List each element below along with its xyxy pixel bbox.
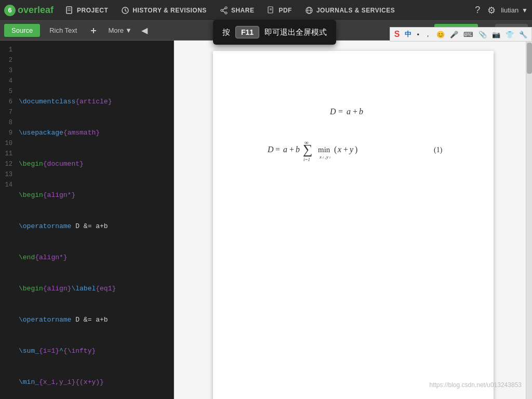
code-line-11: \min_{x_i,y_i}{(x+y)} bbox=[19, 377, 169, 388]
line-num-7: 7 bbox=[0, 107, 12, 117]
help-icon[interactable]: ? bbox=[473, 3, 482, 18]
nav-history-label: HISTORY & REVISIONS bbox=[132, 7, 207, 14]
svg-text:=: = bbox=[338, 107, 343, 116]
more-label: More bbox=[108, 26, 124, 34]
source-tab[interactable]: Source bbox=[4, 24, 40, 37]
ime-camera[interactable]: 📷 bbox=[490, 30, 502, 39]
settings-icon[interactable]: ⚙ bbox=[485, 3, 498, 18]
svg-text:i=1: i=1 bbox=[303, 157, 310, 162]
nav-journals-label: JOURNALS & SERVICES bbox=[316, 7, 395, 14]
line-num-11: 11 bbox=[0, 149, 12, 159]
watermark: https://blog.csdn.net/u013243853 bbox=[430, 381, 522, 389]
svg-text:i: i bbox=[323, 155, 324, 159]
f11-tooltip: 按 F11 即可退出全屏模式 bbox=[213, 20, 336, 45]
ime-keyboard[interactable]: ⌨ bbox=[461, 30, 475, 39]
svg-text:i: i bbox=[329, 155, 330, 159]
line-num-14: 14 bbox=[0, 180, 12, 190]
preview-paper: D = a + b D = a + b ∑ bbox=[213, 51, 494, 399]
svg-text:): ) bbox=[355, 145, 357, 154]
code-line-10: \sum_{i=1}^{\infty} bbox=[19, 346, 169, 356]
line-num-6: 6 bbox=[0, 97, 12, 107]
code-line-8: \begin{align}\label{eq1} bbox=[19, 284, 169, 294]
svg-text:+: + bbox=[353, 107, 357, 116]
svg-text:a: a bbox=[347, 107, 351, 116]
code-line-6: \operatorname D &= a+b bbox=[19, 221, 169, 232]
svg-text:(1): (1) bbox=[434, 146, 443, 154]
nav-pdf-label: PDF bbox=[278, 7, 292, 14]
svg-point-5 bbox=[221, 9, 223, 11]
svg-point-6 bbox=[225, 12, 227, 14]
svg-text:b: b bbox=[359, 107, 363, 116]
svg-text:∞: ∞ bbox=[304, 139, 309, 145]
code-line-5: \begin{align*} bbox=[19, 190, 169, 201]
code-line-4: \begin{document} bbox=[19, 159, 169, 169]
code-line-1 bbox=[19, 65, 169, 76]
add-icon-btn[interactable] bbox=[86, 24, 101, 37]
ime-mic[interactable]: 🎤 bbox=[448, 30, 460, 39]
svg-text:D: D bbox=[267, 145, 274, 154]
overleaf-logo[interactable]: 6 overleaf bbox=[4, 5, 54, 16]
line-num-1: 1 bbox=[0, 45, 12, 55]
line-num-10: 10 bbox=[0, 138, 12, 149]
nav-share-label: SHARE bbox=[231, 7, 255, 14]
navbar-right: ? ⚙ liutian ▼ bbox=[473, 3, 528, 18]
svg-text:+: + bbox=[343, 145, 348, 154]
line-num-4: 4 bbox=[0, 76, 12, 86]
more-button[interactable]: More ▼ bbox=[103, 24, 137, 37]
ime-chinese[interactable]: 中 bbox=[403, 29, 414, 40]
line-num-2: 2 bbox=[0, 55, 12, 65]
nav-history[interactable]: HISTORY & REVISIONS bbox=[115, 4, 212, 17]
logo-text: overleaf bbox=[18, 5, 54, 16]
code-line-9: \operatorname D &= a+b bbox=[19, 315, 169, 325]
nav-share[interactable]: SHARE bbox=[214, 4, 260, 17]
line-num-13: 13 bbox=[0, 169, 12, 180]
ime-s[interactable]: S bbox=[392, 29, 402, 40]
svg-text:a: a bbox=[283, 145, 287, 154]
code-line-2: \documentclass{article} bbox=[19, 97, 169, 107]
ime-dot[interactable]: • bbox=[415, 30, 421, 39]
share-icon bbox=[219, 6, 229, 15]
svg-text:D: D bbox=[329, 107, 336, 116]
user-dropdown-icon[interactable]: ▼ bbox=[522, 7, 528, 14]
code-line-3: \usepackage{amsmath} bbox=[19, 128, 169, 138]
line-num-5: 5 bbox=[0, 86, 12, 97]
svg-line-8 bbox=[223, 11, 225, 12]
nav-journals[interactable]: JOURNALS & SERVICES bbox=[299, 4, 400, 17]
scrollbar-thumb[interactable] bbox=[527, 43, 532, 74]
svg-text:y: y bbox=[349, 145, 354, 154]
rich-text-tab[interactable]: Rich Text bbox=[42, 24, 84, 37]
ime-shirt[interactable]: 👕 bbox=[503, 30, 516, 39]
svg-text:,: , bbox=[325, 154, 326, 159]
ime-comma[interactable]: ， bbox=[422, 29, 433, 40]
code-content[interactable]: \documentclass{article} \usepackage{amsm… bbox=[16, 41, 174, 399]
line-numbers: 1 2 3 4 5 6 7 8 9 10 11 12 13 14 bbox=[0, 41, 16, 399]
svg-text:y: y bbox=[326, 154, 328, 159]
ime-emoji[interactable]: 😊 bbox=[434, 30, 447, 39]
ime-tool[interactable]: 🔧 bbox=[517, 30, 529, 39]
preview-panel: D = a + b D = a + b ∑ bbox=[174, 41, 532, 399]
equation-2: D = a + b ∑ i=1 ∞ min x i , bbox=[249, 134, 462, 165]
ime-attach[interactable]: 📎 bbox=[476, 30, 489, 39]
more-dropdown-icon: ▼ bbox=[125, 26, 132, 34]
history-icon bbox=[121, 6, 130, 15]
line-num-8: 8 bbox=[0, 117, 12, 128]
line-num-12: 12 bbox=[0, 159, 12, 169]
pdf-icon bbox=[267, 6, 276, 15]
code-line-7: \end{align*} bbox=[19, 252, 169, 263]
svg-line-7 bbox=[223, 8, 225, 10]
svg-text:b: b bbox=[296, 145, 300, 154]
ime-toolbar: S 中 • ， 😊 🎤 ⌨ 📎 📷 👕 🔧 bbox=[390, 27, 532, 42]
nav-project[interactable]: PROJECT bbox=[60, 4, 113, 17]
nav-pdf[interactable]: PDF bbox=[261, 4, 297, 17]
logo-circle: 6 bbox=[4, 5, 16, 16]
svg-text:min: min bbox=[318, 145, 330, 154]
editor-panel[interactable]: 1 2 3 4 5 6 7 8 9 10 11 12 13 14 \docume… bbox=[0, 41, 174, 399]
scrollbar-track[interactable] bbox=[526, 41, 532, 399]
navbar: 6 overleaf PROJECT HISTORY & REVISIONS S… bbox=[0, 0, 532, 21]
nav-project-label: PROJECT bbox=[77, 7, 108, 14]
line-num-3: 3 bbox=[0, 65, 12, 76]
tooltip-prefix: 按 bbox=[222, 28, 230, 37]
left-arrow-btn[interactable]: ◀ bbox=[139, 23, 150, 37]
code-area: 1 2 3 4 5 6 7 8 9 10 11 12 13 14 \docume… bbox=[0, 41, 174, 399]
username-label: liutian bbox=[501, 6, 518, 14]
